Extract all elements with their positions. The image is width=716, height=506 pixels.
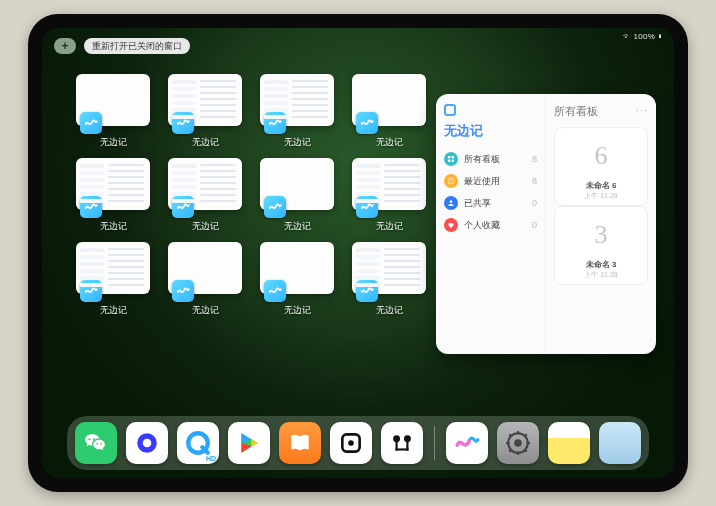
dock-app-qqbrowser[interactable]: HD bbox=[177, 422, 219, 464]
app-window[interactable]: 无边记 bbox=[350, 158, 428, 236]
svg-line-23 bbox=[525, 450, 527, 452]
app-window[interactable]: 无边记 bbox=[258, 158, 336, 236]
svg-line-22 bbox=[509, 434, 511, 436]
window-thumbnail[interactable] bbox=[352, 158, 426, 210]
dock-separator bbox=[434, 426, 435, 460]
dock-app-wechat[interactable] bbox=[75, 422, 117, 464]
app-window[interactable]: 无边记 bbox=[74, 74, 152, 152]
window-thumbnail[interactable] bbox=[260, 242, 334, 294]
sidebar-item-person[interactable]: 已共享0 bbox=[444, 192, 537, 214]
svg-line-25 bbox=[525, 434, 527, 436]
window-thumbnail[interactable] bbox=[76, 158, 150, 210]
freeform-app-icon bbox=[80, 196, 102, 218]
app-window[interactable]: 无边记 bbox=[258, 242, 336, 320]
window-thumbnail[interactable] bbox=[76, 242, 150, 294]
sidebar-item-label: 最近使用 bbox=[464, 175, 500, 188]
board-preview: 6 bbox=[565, 132, 637, 180]
app-switcher-grid: 无边记无边记无边记无边记无边记无边记无边记无边记无边记无边记无边记无边记 bbox=[74, 74, 424, 320]
board-card[interactable]: 6未命名 6上午 11:28 bbox=[554, 127, 648, 206]
window-thumbnail[interactable] bbox=[76, 74, 150, 126]
window-thumbnail[interactable] bbox=[352, 74, 426, 126]
window-thumbnail[interactable] bbox=[168, 242, 242, 294]
svg-line-24 bbox=[509, 450, 511, 452]
app-window[interactable]: 无边记 bbox=[166, 158, 244, 236]
status-bar: ᯤ 100% ▮ bbox=[623, 32, 662, 41]
window-label: 无边记 bbox=[100, 136, 127, 149]
window-thumbnail[interactable] bbox=[260, 74, 334, 126]
svg-rect-15 bbox=[396, 448, 409, 450]
top-controls: + 重新打开已关闭的窗口 bbox=[54, 38, 190, 54]
freeform-app-icon bbox=[356, 112, 378, 134]
app-window[interactable]: 无边记 bbox=[166, 74, 244, 152]
sidebar-item-label: 已共享 bbox=[464, 197, 491, 210]
dock-app-notes[interactable] bbox=[548, 422, 590, 464]
freeform-app-icon bbox=[264, 196, 286, 218]
new-window-button[interactable]: + bbox=[54, 38, 76, 54]
board-name: 未命名 6 bbox=[586, 180, 617, 191]
clock-icon bbox=[444, 174, 458, 188]
panel-content: 所有看板 ··· 6未命名 6上午 11:283未命名 3上午 11:28 bbox=[546, 94, 656, 354]
sidebar-item-count: 8 bbox=[532, 154, 537, 164]
dock-app-books[interactable] bbox=[279, 422, 321, 464]
freeform-app-icon bbox=[172, 112, 194, 134]
window-thumbnail[interactable] bbox=[260, 158, 334, 210]
window-thumbnail[interactable] bbox=[168, 158, 242, 210]
window-label: 无边记 bbox=[100, 220, 127, 233]
dock-app-music[interactable] bbox=[381, 422, 423, 464]
sidebar-item-count: 8 bbox=[532, 176, 537, 186]
board-time: 上午 11:28 bbox=[584, 270, 617, 280]
battery-icon: ▮ bbox=[658, 32, 662, 41]
window-label: 无边记 bbox=[284, 136, 311, 149]
board-time: 上午 11:28 bbox=[584, 191, 617, 201]
window-thumbnail[interactable] bbox=[352, 242, 426, 294]
svg-point-7 bbox=[143, 439, 152, 448]
app-window[interactable]: 无边记 bbox=[166, 242, 244, 320]
sidebar-item-clock[interactable]: 最近使用8 bbox=[444, 170, 537, 192]
app-window[interactable]: 无边记 bbox=[74, 158, 152, 236]
window-label: 无边记 bbox=[192, 136, 219, 149]
dock-app-settings[interactable] bbox=[497, 422, 539, 464]
dock-app-quark[interactable] bbox=[126, 422, 168, 464]
svg-rect-1 bbox=[452, 156, 454, 158]
window-thumbnail[interactable] bbox=[168, 74, 242, 126]
app-window[interactable]: 无边记 bbox=[258, 74, 336, 152]
svg-point-12 bbox=[404, 435, 411, 442]
freeform-app-icon bbox=[356, 196, 378, 218]
freeform-app-icon bbox=[80, 112, 102, 134]
window-label: 无边记 bbox=[100, 304, 127, 317]
app-window[interactable]: 无边记 bbox=[350, 74, 428, 152]
window-label: 无边记 bbox=[284, 304, 311, 317]
app-window[interactable]: 无边记 bbox=[74, 242, 152, 320]
window-label: 无边记 bbox=[284, 220, 311, 233]
battery-text: 100% bbox=[633, 32, 655, 41]
app-window[interactable]: 无边记 bbox=[350, 242, 428, 320]
dock-app-play[interactable] bbox=[228, 422, 270, 464]
freeform-app-icon bbox=[172, 196, 194, 218]
board-preview: 3 bbox=[565, 211, 637, 259]
sidebar-item-grid[interactable]: 所有看板8 bbox=[444, 148, 537, 170]
panel-sidebar-header bbox=[444, 104, 537, 116]
sidebar-item-heart[interactable]: 个人收藏0 bbox=[444, 214, 537, 236]
person-icon bbox=[444, 196, 458, 210]
reopen-closed-window-button[interactable]: 重新打开已关闭的窗口 bbox=[84, 38, 190, 54]
svg-rect-3 bbox=[452, 160, 454, 162]
sidebar-item-label: 个人收藏 bbox=[464, 219, 500, 232]
dock-app-library[interactable] bbox=[599, 422, 641, 464]
sidebar-toggle-icon[interactable] bbox=[444, 104, 456, 116]
freeform-app-icon bbox=[80, 280, 102, 302]
panel-more-button[interactable]: ··· bbox=[636, 104, 648, 119]
panel-sidebar: 无边记 所有看板8最近使用8已共享0个人收藏0 bbox=[436, 94, 546, 354]
board-card[interactable]: 3未命名 3上午 11:28 bbox=[554, 206, 648, 285]
svg-rect-0 bbox=[448, 156, 450, 158]
dock-app-freeform[interactable] bbox=[446, 422, 488, 464]
window-label: 无边记 bbox=[376, 136, 403, 149]
window-label: 无边记 bbox=[192, 220, 219, 233]
sidebar-item-count: 0 bbox=[532, 198, 537, 208]
dock-app-dotpad[interactable] bbox=[330, 422, 372, 464]
screen: ᯤ 100% ▮ + 重新打开已关闭的窗口 无边记无边记无边记无边记无边记无边记… bbox=[42, 28, 674, 478]
ipad-device-frame: ᯤ 100% ▮ + 重新打开已关闭的窗口 无边记无边记无边记无边记无边记无边记… bbox=[28, 14, 688, 492]
svg-point-5 bbox=[450, 200, 453, 203]
freeform-app-icon bbox=[264, 112, 286, 134]
freeform-app-icon bbox=[264, 280, 286, 302]
window-label: 无边记 bbox=[376, 304, 403, 317]
